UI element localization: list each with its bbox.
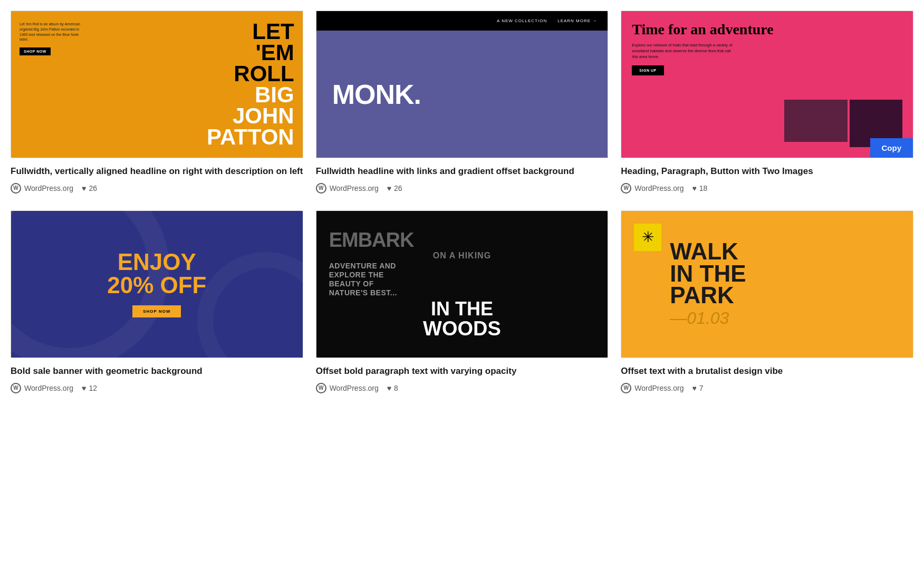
wordpress-source-1: W WordPress.org <box>11 183 73 194</box>
walk-date: —01.03 <box>670 308 746 328</box>
likes-6: ♥ 7 <box>692 384 703 392</box>
album-headline: LET'EMROLLBIGJOHNPATTON <box>207 21 294 147</box>
card-meta-3: W WordPress.org ♥ 18 <box>621 183 913 194</box>
pattern-grid: Let 'em Roll is an album by American org… <box>11 11 913 393</box>
wordpress-source-3: W WordPress.org <box>621 183 684 194</box>
adventure-heading: Time for an adventure <box>632 22 902 38</box>
source-label-6: WordPress.org <box>634 384 684 392</box>
walk-headline: WALKIN THEPARK <box>670 240 746 306</box>
heart-icon-1: ♥ <box>82 184 86 192</box>
walk-content: WALKIN THEPARK —01.03 <box>670 240 746 328</box>
card-preview-2[interactable]: A NEW COLLECTION LEARN MORE → MONK. <box>316 11 609 158</box>
wordpress-source-5: W WordPress.org <box>316 383 379 393</box>
shop-now-button-4[interactable]: SHOP NOW <box>132 305 181 317</box>
likes-count-6: 7 <box>699 384 704 392</box>
heart-icon-3: ♥ <box>692 184 696 192</box>
card-walk: ✳ WALKIN THEPARK —01.03 Offset text with… <box>621 210 913 393</box>
card-title-1: Fullwidth, vertically aligned headline o… <box>11 166 303 178</box>
likes-count-5: 8 <box>394 384 398 392</box>
star-icon: ✳ <box>634 224 661 251</box>
wordpress-source-4: W WordPress.org <box>11 383 73 393</box>
card-preview-6[interactable]: ✳ WALKIN THEPARK —01.03 <box>621 210 913 358</box>
card-meta-6: W WordPress.org ♥ 7 <box>621 383 913 393</box>
card-meta-1: W WordPress.org ♥ 26 <box>11 183 303 194</box>
sign-up-button[interactable]: SIGN UP <box>632 65 663 75</box>
likes-count-4: 12 <box>89 384 97 392</box>
in-the-text: IN THE <box>329 300 595 319</box>
heart-icon-5: ♥ <box>387 384 391 392</box>
card-hiking: EMBARK ON A HIKING ADVENTURE ANDEXPLORE … <box>316 210 609 393</box>
likes-count-3: 18 <box>699 184 708 192</box>
adventure-desc: Explore our network of trails that lead … <box>632 42 737 60</box>
card-album: Let 'em Roll is an album by American org… <box>11 11 303 194</box>
card-title-6: Offset text with a brutalist design vibe <box>621 365 913 378</box>
card-adventure: Time for an adventure Explore our networ… <box>621 11 913 194</box>
likes-3: ♥ 18 <box>692 184 707 192</box>
heart-icon-4: ♥ <box>82 384 86 392</box>
likes-count-2: 26 <box>394 184 402 192</box>
source-label-1: WordPress.org <box>24 184 73 192</box>
wp-logo-1: W <box>11 183 21 194</box>
card-meta-2: W WordPress.org ♥ 26 <box>316 183 609 194</box>
likes-5: ♥ 8 <box>387 384 398 392</box>
heart-icon-2: ♥ <box>387 184 391 192</box>
wp-logo-6: W <box>621 383 631 393</box>
album-description: Let 'em Roll is an album by American org… <box>20 22 83 42</box>
wp-logo-2: W <box>316 183 326 194</box>
card-title-4: Bold sale banner with geometric backgrou… <box>11 365 303 378</box>
monk-headline: MONK. <box>332 79 421 110</box>
sale-headline: ENJOY20% OFF <box>107 250 206 297</box>
adventure-image-1 <box>784 100 848 142</box>
likes-2: ♥ 26 <box>387 184 402 192</box>
card-title-3: Heading, Paragraph, Button with Two Imag… <box>621 166 913 178</box>
card-meta-4: W WordPress.org ♥ 12 <box>11 383 303 393</box>
monk-title-area: MONK. <box>316 31 608 158</box>
on-a-hiking-text: ON A HIKING <box>329 251 595 261</box>
card-preview-3[interactable]: Time for an adventure Explore our networ… <box>621 11 913 158</box>
source-label-4: WordPress.org <box>24 384 73 392</box>
likes-1: ♥ 26 <box>82 184 97 192</box>
woods-text: WOODS <box>329 319 595 339</box>
card-sale: ENJOY20% OFF SHOP NOW Bold sale banner w… <box>11 210 303 393</box>
monk-nav-2: LEARN MORE → <box>557 18 597 23</box>
likes-count-1: 26 <box>89 184 97 192</box>
source-label-3: WordPress.org <box>634 184 684 192</box>
card-monk: A NEW COLLECTION LEARN MORE → MONK. Full… <box>316 11 609 194</box>
copy-button[interactable]: Copy <box>870 138 913 158</box>
embark-text: EMBARK <box>329 230 595 250</box>
likes-4: ♥ 12 <box>82 384 97 392</box>
card-preview-4[interactable]: ENJOY20% OFF SHOP NOW <box>11 210 303 358</box>
wp-logo-5: W <box>316 383 326 393</box>
adventure-text: ADVENTURE ANDEXPLORE THEBEAUTY OFNATURE'… <box>329 262 595 297</box>
card-title-2: Fullwidth headline with links and gradie… <box>316 166 609 178</box>
wp-logo-3: W <box>621 183 631 194</box>
monk-nav-1: A NEW COLLECTION <box>497 18 547 23</box>
shop-now-button-1[interactable]: SHOP NOW <box>20 47 51 55</box>
monk-nav: A NEW COLLECTION LEARN MORE → <box>316 11 608 31</box>
card-preview-1[interactable]: Let 'em Roll is an album by American org… <box>11 11 303 158</box>
wordpress-source-6: W WordPress.org <box>621 383 684 393</box>
wordpress-source-2: W WordPress.org <box>316 183 379 194</box>
card-meta-5: W WordPress.org ♥ 8 <box>316 383 609 393</box>
source-label-2: WordPress.org <box>330 184 379 192</box>
card-preview-5[interactable]: EMBARK ON A HIKING ADVENTURE ANDEXPLORE … <box>316 210 609 358</box>
card-title-5: Offset bold paragraph text with varying … <box>316 365 609 378</box>
wp-logo-4: W <box>11 383 21 393</box>
source-label-5: WordPress.org <box>330 384 379 392</box>
adventure-images <box>632 100 902 147</box>
heart-icon-6: ♥ <box>692 384 696 392</box>
